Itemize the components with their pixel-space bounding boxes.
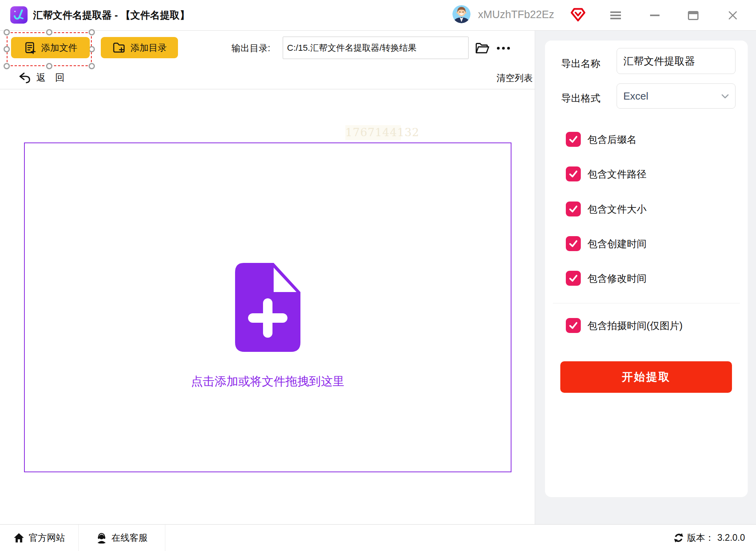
checkbox-include-path[interactable]	[566, 166, 581, 181]
home-icon	[13, 533, 24, 543]
file-plus-icon	[235, 263, 300, 352]
export-format-value: Excel	[623, 90, 649, 102]
maximize-button[interactable]	[685, 7, 701, 23]
add-directory-label: 添加目录	[131, 42, 167, 54]
user-avatar[interactable]	[452, 5, 471, 23]
titlebar: 汇帮文件名提取器 - 【文件名提取】 xMUzhTFb22Ez	[0, 0, 756, 31]
export-name-label: 导出名称	[561, 57, 600, 70]
main-area: 添加文件 添加目录 输出目录:	[0, 31, 535, 524]
sidebar: 导出名称 导出格式 Excel 包含后缀名 包含文件路径	[535, 31, 756, 524]
workspace: 1767144132 点击添加或将文件拖拽到这里	[0, 89, 535, 524]
checkbox-row-created[interactable]: 包含创建时间	[566, 236, 647, 251]
selection-handle[interactable]	[46, 29, 52, 35]
drop-zone-hint: 点击添加或将文件拖拽到这里	[191, 373, 345, 390]
browse-folder-button[interactable]	[474, 39, 491, 57]
minimize-icon	[650, 15, 660, 16]
checkbox-row-modified[interactable]: 包含修改时间	[566, 271, 647, 286]
headset-icon	[96, 533, 107, 544]
checkbox-row-size[interactable]: 包含文件大小	[566, 202, 647, 216]
checkmark-icon	[568, 168, 579, 179]
online-support-label: 在线客服	[111, 532, 148, 544]
vip-badge-icon[interactable]	[570, 7, 586, 22]
undo-icon	[18, 72, 32, 84]
export-format-label: 导出格式	[561, 92, 600, 105]
add-file-icon	[24, 41, 37, 54]
start-extract-button[interactable]: 开始提取	[560, 361, 732, 393]
maximize-icon	[688, 11, 699, 20]
chevron-down-icon	[721, 94, 729, 99]
checkbox-include-modified-time[interactable]	[566, 271, 581, 286]
username: xMUzhTFb22Ez	[478, 9, 554, 21]
divider	[553, 303, 740, 303]
checkbox-label: 包含后缀名	[587, 133, 637, 146]
checkbox-row-shot-time[interactable]: 包含拍摄时间(仅图片)	[566, 318, 683, 333]
folder-open-icon	[475, 42, 490, 55]
refresh-icon[interactable]	[673, 533, 684, 543]
version-value: 3.2.0.0	[717, 533, 745, 543]
window-title: 汇帮文件名提取器 - 【文件名提取】	[33, 9, 189, 22]
clear-list-button[interactable]: 清空列表	[497, 72, 533, 84]
version-label: 版本：	[687, 532, 714, 544]
online-support-link[interactable]: 在线客服	[79, 525, 165, 551]
checkmark-icon	[568, 134, 579, 145]
footer: 官方网站 在线客服 版本：3.2.0.0	[0, 524, 756, 551]
checkbox-label: 包含文件大小	[587, 203, 647, 216]
app-logo-icon	[10, 6, 28, 24]
export-format-select[interactable]: Excel	[617, 83, 736, 109]
watermark: 1767144132	[345, 125, 401, 140]
selection-handle[interactable]	[46, 63, 52, 69]
app-window: 汇帮文件名提取器 - 【文件名提取】 xMUzhTFb22Ez	[0, 0, 756, 551]
selection-handle[interactable]	[4, 46, 10, 52]
export-settings-card: 导出名称 导出格式 Excel 包含后缀名 包含文件路径	[545, 41, 748, 497]
close-button[interactable]	[725, 7, 741, 23]
add-file-button[interactable]: 添加文件	[11, 37, 90, 58]
checkbox-include-suffix[interactable]	[566, 132, 581, 147]
back-button[interactable]: 返 回	[18, 71, 65, 84]
checkbox-include-shot-time[interactable]	[566, 318, 581, 333]
checkbox-label: 包含创建时间	[587, 237, 647, 250]
checkmark-icon	[568, 203, 579, 214]
official-website-link[interactable]: 官方网站	[0, 525, 79, 551]
selection-handle[interactable]	[4, 63, 10, 69]
drop-zone[interactable]: 点击添加或将文件拖拽到这里	[24, 142, 511, 472]
toolbar: 添加文件 添加目录 输出目录:	[0, 31, 535, 89]
add-directory-button[interactable]: 添加目录	[101, 37, 178, 58]
official-website-label: 官方网站	[29, 532, 65, 544]
checkmark-icon	[568, 273, 579, 284]
checkmark-icon	[568, 238, 579, 249]
close-icon	[728, 11, 737, 20]
checkbox-label: 包含文件路径	[587, 168, 647, 181]
checkbox-row-suffix[interactable]: 包含后缀名	[566, 132, 637, 147]
version-info: 版本：3.2.0.0	[673, 525, 745, 551]
output-dir-label: 输出目录:	[232, 42, 270, 54]
selection-handle[interactable]	[4, 29, 10, 35]
minimize-button[interactable]	[647, 7, 663, 23]
selection-handle[interactable]	[89, 63, 95, 69]
export-name-input[interactable]	[617, 48, 736, 74]
add-directory-icon	[112, 41, 126, 54]
menu-button[interactable]	[608, 7, 623, 23]
checkbox-include-size[interactable]	[566, 202, 581, 216]
more-options-button[interactable]	[494, 39, 512, 57]
checkbox-row-path[interactable]: 包含文件路径	[566, 166, 647, 181]
checkbox-include-created-time[interactable]	[566, 236, 581, 251]
checkbox-label: 包含拍摄时间(仅图片)	[587, 319, 683, 332]
checkmark-icon	[568, 320, 579, 331]
selection-handle[interactable]	[89, 29, 95, 35]
more-options-icon	[497, 47, 500, 50]
menu-icon	[610, 10, 621, 21]
add-file-label: 添加文件	[41, 42, 78, 54]
output-dir-input[interactable]	[283, 37, 469, 59]
back-label: 返 回	[36, 71, 65, 84]
checkbox-label: 包含修改时间	[587, 272, 647, 285]
